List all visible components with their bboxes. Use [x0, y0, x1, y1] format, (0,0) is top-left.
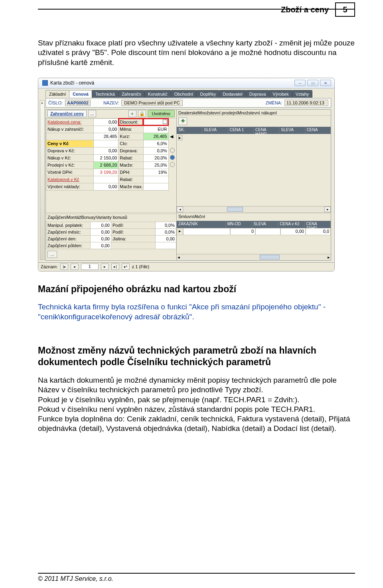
ll-v2[interactable] [155, 242, 176, 249]
close-button[interactable]: ✕ [320, 80, 331, 86]
right-col-CENA: CENA [305, 127, 331, 134]
ll-l2: Podíl: [111, 222, 155, 228]
ll-v2[interactable]: 0,00 [155, 235, 176, 242]
lower-left-tab-0[interactable]: Zapůjčení [47, 215, 67, 222]
main-tab-konstrukč[interactable]: Konstrukč [144, 90, 171, 98]
lower-right-tab-1[interactable]: Akční [194, 214, 205, 221]
left-label [46, 133, 94, 140]
lower-right-cell-4[interactable]: 0,0 [306, 228, 331, 235]
lower-right-cell-1[interactable]: 0 [230, 228, 255, 235]
left-value2[interactable]: 25,0% [143, 161, 168, 169]
left-value[interactable]: 0,00 [93, 147, 118, 154]
zmena-label: ZMĚNA: [265, 100, 282, 105]
main-tab-základní[interactable]: Základní [45, 90, 69, 98]
left-label2: Měna: [118, 126, 144, 133]
left-label: Katalogová v Kč [46, 176, 94, 183]
header-title: Zboží a ceny [281, 5, 329, 14]
left-value[interactable] [93, 176, 118, 183]
left-value2[interactable]: 20,0% [143, 154, 168, 161]
left-label: Doprava v Kč: [46, 147, 94, 154]
lower-right-cell-0[interactable] [183, 228, 230, 235]
lower-right-col-0: ZÁKAZNÍK [177, 221, 226, 228]
left-value2[interactable] [143, 176, 168, 183]
left-value[interactable]: 0,00 [93, 126, 118, 133]
left-label: Ceny v Kč [46, 140, 94, 147]
main-tab-doplňky[interactable]: Doplňky [196, 90, 219, 98]
right-hscroll[interactable]: ◂▸ [177, 206, 331, 212]
ll-v2[interactable]: 0,0% [155, 222, 176, 228]
paragraph-3d: Funkce byla doplněna do: Cenik zakladní,… [38, 414, 355, 434]
left-value[interactable]: 2 688,20 [93, 161, 118, 169]
ll-l2: Jistina: [111, 235, 155, 242]
left-dots-button[interactable]: ... [88, 110, 96, 117]
left-value2[interactable]: 28,485 [143, 133, 168, 140]
left-value2[interactable]: 19% [143, 169, 168, 176]
paragraph-3a: Na kartách dokumentů je možné dynamicky … [38, 376, 355, 395]
maximize-button[interactable]: ▭ [307, 80, 318, 86]
ll-l: Zapůjčení půlden: [46, 242, 91, 249]
ll-v[interactable]: 0,00 [90, 235, 111, 242]
lower-left-tab-3[interactable]: Varianty bonusů [96, 215, 127, 222]
main-tab-technická[interactable]: Technická [92, 90, 118, 98]
main-tab-zahraničn[interactable]: Zahraničn [118, 90, 145, 98]
left-value[interactable]: 28,485 [93, 133, 118, 140]
right-col-SLEVA: SLEVA [279, 127, 305, 134]
main-tab-výrobek[interactable]: Výrobek [269, 90, 292, 98]
right-col-SLEVA: SLEVA [202, 127, 228, 134]
nav-new-button[interactable]: ▸* [122, 264, 130, 270]
main-tab-obchodní[interactable]: Obchodní [171, 90, 197, 98]
left-value2[interactable]: 0,0% [143, 147, 168, 154]
row-indicator: ▸ [178, 135, 182, 140]
main-tab-cenová[interactable]: Cenová [69, 90, 92, 98]
left-value[interactable]: 2 150,00 [93, 154, 118, 161]
ll-l: Zapůjčení měsíc: [46, 228, 91, 235]
main-tab-doprava[interactable]: Doprava [246, 90, 270, 98]
left-plus-button[interactable]: + [128, 110, 136, 117]
right-tab-2[interactable]: Množstevní nákupní [238, 110, 277, 115]
left-value[interactable] [93, 140, 118, 147]
ll-l2 [111, 242, 155, 249]
ll-v[interactable]: 0,00 [90, 222, 111, 228]
paragraph-3c: Pokud v číselníku není vyplněn název, zů… [38, 405, 355, 414]
right-tab-1[interactable]: Množstevní prodejní [198, 110, 238, 115]
zmena-value: 11.10.2006 9:02:13 [284, 100, 328, 106]
main-tab-vztahy[interactable]: Vztahy [292, 90, 313, 98]
lower-left-tab-2[interactable]: Bonusy [81, 215, 96, 222]
lower-right-col-4: CENA ZAHR [304, 221, 331, 228]
left-tab-zahranicni-ceny[interactable]: Zahraniční ceny [47, 110, 87, 117]
left-rail[interactable]: ▸ [40, 100, 45, 260]
left-value2[interactable]: EUR [143, 126, 168, 133]
minimize-button[interactable]: – [294, 80, 306, 86]
main-tab-dodavatel[interactable]: Dodavatel [219, 90, 246, 98]
left-value2[interactable] [143, 183, 168, 190]
app-icon [42, 80, 48, 86]
left-label2: DPH: [118, 169, 144, 176]
lower-right-hscroll[interactable]: ◂▸ [177, 254, 331, 260]
right-col-CENA HAND.: CENA HAND. [254, 127, 279, 134]
lower-left-dots-button[interactable]: … [47, 251, 57, 258]
ll-v2[interactable]: 0,0% [155, 228, 176, 235]
left-value2[interactable]: 6,0% [143, 140, 168, 147]
left-value[interactable]: 3 199,20 [93, 169, 118, 176]
left-label: Katalogová cena: [46, 118, 94, 126]
lower-right-cell-3[interactable]: 0,00 [280, 228, 306, 235]
cislo-label: ČÍSLO: [48, 100, 63, 105]
lower-left-tab-1[interactable]: Montáž [67, 215, 81, 222]
ll-l2: Podíl: [111, 228, 155, 235]
nav-prev-button[interactable]: ◂ [71, 264, 79, 270]
lower-right-tab-0[interactable]: Smluvní [178, 214, 194, 221]
left-lock-button[interactable]: 🔒 [138, 110, 146, 117]
left-value2[interactable] [143, 118, 168, 126]
ll-v[interactable]: 0,00 [90, 242, 111, 249]
left-value[interactable]: 0,00 [93, 183, 118, 190]
record-current[interactable]: 1 [81, 264, 99, 270]
lower-right-cell-2[interactable] [255, 228, 280, 235]
nav-next-button[interactable]: ▸ [101, 264, 109, 270]
lower-right-col-2: SLEVA [252, 221, 278, 228]
ll-v[interactable]: 0,00 [90, 228, 111, 235]
nav-first-button[interactable]: |◂ [60, 264, 68, 270]
nav-last-button[interactable]: ▸| [111, 264, 119, 270]
left-value[interactable]: 0,00 [93, 118, 118, 126]
right-plus-button[interactable]: ✚ [178, 117, 187, 125]
right-tab-0[interactable]: Dealerské [178, 110, 198, 115]
